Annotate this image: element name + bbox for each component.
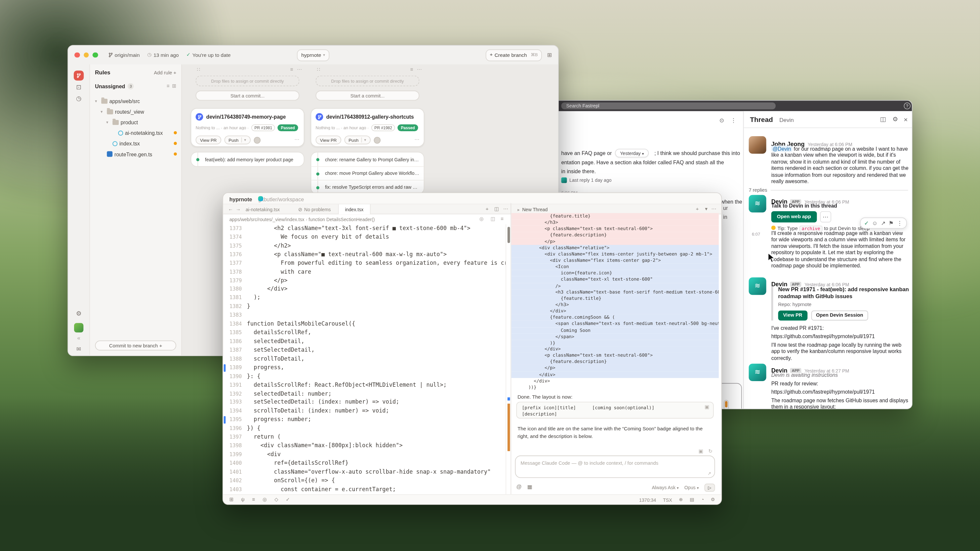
split-pane-icon[interactable]: ◫ [494, 207, 499, 212]
mention-chip[interactable]: @Devin [772, 145, 792, 152]
open-web-app-button[interactable]: Open web app [772, 211, 817, 222]
branch-name[interactable]: devin/1764380912-gallery-shortcuts [326, 114, 414, 120]
close-window-button[interactable] [75, 52, 80, 57]
huddle-icon[interactable]: ⊙ [719, 118, 724, 124]
file-tree-row[interactable]: routes/_view [90, 106, 181, 117]
buffer-search-icon[interactable]: ◎ [479, 217, 484, 222]
more-vert-icon[interactable]: ⋮ [731, 118, 736, 124]
chevron-down-icon[interactable] [100, 109, 105, 114]
lane-more-icon[interactable]: ⋯ [417, 67, 422, 72]
card-more-icon[interactable]: ⋯ [294, 138, 299, 143]
collapse-rail-icon[interactable]: « [77, 335, 80, 341]
new-tab-icon[interactable]: + [486, 207, 489, 212]
pr-number-chip[interactable]: PR #1981 [251, 124, 275, 131]
expand-input-icon[interactable]: ↗ [708, 471, 711, 475]
commit-row[interactable]: fix: resolve TypeScript errors and add r… [311, 180, 423, 194]
chevron-down-icon[interactable] [106, 120, 110, 125]
workspace-rail-icon[interactable] [74, 71, 84, 81]
ci-status-badge[interactable]: Passed [398, 124, 418, 131]
more-options-button[interactable]: ⋯ [819, 211, 831, 222]
lane-list-icon[interactable]: ≡ [410, 67, 413, 72]
editor-project-title[interactable]: hyprnote [229, 196, 252, 202]
branch-card[interactable]: devin/1764380912-gallery-shortcuts Nothi… [310, 108, 424, 147]
status-icon[interactable]: ✓ [286, 497, 290, 502]
last-fetch-chip[interactable]: ◷ 13 min ago [143, 49, 183, 60]
avatar[interactable]: ≋ [749, 195, 767, 213]
language-mode[interactable]: TSX [663, 497, 672, 503]
card-more-icon[interactable]: ⋯ [414, 138, 419, 143]
open-in-window-icon[interactable]: ◫ [880, 116, 886, 122]
branch-name[interactable]: devin/1764380749-memory-page [206, 114, 286, 120]
pr-title[interactable]: New PR #1971 - feat(web): add responsive… [778, 286, 911, 300]
commit-to-new-branch-button[interactable]: Commit to new branch + [95, 340, 176, 350]
nav-back-icon[interactable]: ← [228, 207, 233, 212]
code-editor[interactable]: 1373 <h2 className="text-3xl font-serif … [223, 224, 506, 494]
user-avatar[interactable] [74, 323, 83, 332]
agent-message-input[interactable]: Message Claude Code — @ to include conte… [515, 456, 715, 478]
start-commit-button[interactable]: Start a commit... [196, 91, 299, 100]
view-pr-button[interactable]: View PR [196, 135, 221, 144]
settings-rail-icon[interactable]: ⚙ [76, 310, 82, 317]
send-button[interactable]: ▷ [704, 484, 715, 492]
status-icon[interactable]: ◇ [274, 497, 278, 502]
window-action-icon[interactable] [258, 196, 263, 201]
reaction-icon[interactable]: ⚑ [889, 220, 894, 226]
reaction-icon[interactable]: ⋮ [897, 220, 903, 226]
file-tree-row[interactable]: index.tsx [90, 138, 181, 149]
push-button[interactable]: Push▾ [344, 135, 370, 144]
grid-view-icon[interactable]: ⊞ [172, 84, 176, 89]
reaction-icon[interactable]: ↗ [881, 220, 885, 226]
help-icon[interactable]: ? [904, 102, 910, 110]
unassigned-section-header[interactable]: Unassigned 3 ≡ ⊞ [95, 83, 176, 89]
zoom-window-button[interactable] [92, 52, 98, 57]
tool-approval-selector[interactable]: Always Ask ▾ [652, 485, 678, 491]
mention-context-icon[interactable]: @ [516, 484, 522, 489]
pr-link[interactable]: https://github.com/fastrepl/hyprnote/pul… [772, 333, 875, 340]
editor-branch-label[interactable]: gitbutler/workspace [258, 196, 304, 202]
settings-icon[interactable]: ⚙ [892, 116, 898, 122]
view-pr-button[interactable]: View PR [316, 135, 341, 144]
cursor-position[interactable]: 1370:34 [639, 497, 656, 503]
copy-message-icon[interactable]: ▣ [698, 449, 703, 454]
tab-index-active[interactable]: index.tsx [338, 204, 371, 214]
reaction-icon[interactable]: ✓ [864, 220, 869, 226]
drop-zone[interactable]: Drop files to assign or commit directly [316, 76, 420, 86]
avatar[interactable]: ≋ [749, 277, 767, 295]
status-icon[interactable]: ≡ [252, 497, 255, 502]
commit-row[interactable]: chore: move Prompt Gallery above Workflo… [311, 166, 423, 180]
drag-handle-icon[interactable]: ∷ [317, 67, 320, 72]
committer-avatar[interactable] [374, 137, 380, 143]
push-button[interactable]: Push▾ [224, 135, 250, 144]
status-icon[interactable]: ▤ [690, 497, 694, 502]
layout-icon[interactable]: ⊞ [547, 52, 552, 58]
chevron-down-icon[interactable] [95, 98, 99, 103]
create-branch-button[interactable]: + Create branch ⌘B [485, 49, 542, 61]
status-icon[interactable]: ψ [241, 497, 245, 502]
history-rail-icon[interactable]: ◷ [76, 95, 82, 102]
reaction-icon[interactable]: ☺ [872, 220, 878, 226]
open-devin-session-button[interactable]: Open Devin Session [811, 310, 868, 320]
drop-zone[interactable]: Drop files to assign or commit directly [196, 76, 299, 86]
scrollbar-thumb[interactable] [507, 227, 510, 243]
workspace-selector[interactable]: hyprnote ▾ [297, 49, 329, 61]
file-tree-row[interactable]: ai-notetaking.tsx [90, 128, 181, 138]
replies-divider[interactable]: 7 replies [749, 187, 908, 193]
file-tree-row[interactable]: routeTree.gen.ts [90, 149, 181, 159]
copy-icon[interactable]: ▣ [705, 405, 709, 410]
avatar[interactable] [749, 136, 767, 154]
status-icon[interactable]: ◔ [701, 497, 704, 502]
target-rail-icon[interactable]: ⊡ [76, 84, 81, 91]
tab-ai-notetaking[interactable]: ai-notetaking.tsx [246, 207, 280, 213]
avatar[interactable]: ≋ [749, 364, 767, 381]
outline-icon[interactable]: ≡ [501, 217, 504, 222]
minimize-window-button[interactable] [83, 52, 89, 57]
branch-chip[interactable]: origin/main [104, 49, 143, 60]
commit-row[interactable]: feat(web): add memory layer product page [191, 152, 304, 166]
committer-avatar[interactable] [254, 137, 261, 143]
status-icon[interactable]: ⊞ [229, 497, 234, 502]
commit-row[interactable]: chore: rename Gallery to Prompt Gallery … [311, 152, 423, 166]
list-view-icon[interactable]: ≡ [167, 84, 170, 89]
inline-timestamp[interactable]: 6:07 [752, 232, 760, 236]
nav-forward-icon[interactable]: → [236, 207, 241, 212]
model-selector[interactable]: Opus ▾ [684, 485, 699, 491]
